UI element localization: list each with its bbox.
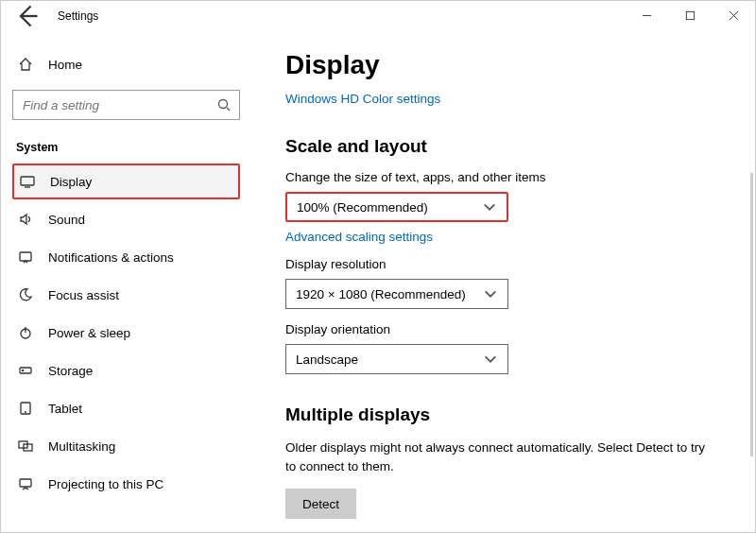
svg-rect-0 [686,11,694,19]
sidebar-item-sound[interactable]: Sound [12,201,240,237]
svg-point-1 [219,100,228,109]
tablet-icon [18,401,33,416]
search-icon [216,97,232,112]
window-title: Settings [58,9,98,23]
display-icon [20,174,35,189]
focus-icon [18,287,33,302]
orientation-label: Display orientation [285,322,713,336]
sidebar-item-multitasking[interactable]: Multitasking [12,428,240,464]
multitasking-icon [18,438,33,454]
sound-icon [18,212,33,227]
scrollbar[interactable] [750,173,753,456]
chevron-down-icon [482,199,497,215]
svg-rect-2 [21,177,34,185]
sidebar-item-label: Focus assist [48,288,119,302]
sidebar-item-label: Multitasking [48,439,115,454]
home-icon [18,57,33,72]
notifications-icon [18,249,33,265]
hd-color-link[interactable]: Windows HD Color settings [285,92,440,106]
back-button[interactable] [14,3,41,29]
detect-button[interactable]: Detect [285,489,356,519]
sidebar-item-label: Sound [48,213,85,227]
sidebar-item-label: Display [50,175,92,189]
svg-point-6 [22,370,23,370]
close-button[interactable] [712,1,755,29]
sidebar-home[interactable]: Home [12,48,240,80]
scale-dropdown[interactable]: 100% (Recommended) [285,192,508,222]
power-icon [18,325,33,340]
sidebar-item-tablet[interactable]: Tablet [12,390,240,426]
search-input[interactable] [12,90,240,120]
scale-value: 100% (Recommended) [297,200,428,215]
orientation-dropdown[interactable]: Landscape [285,344,508,374]
svg-rect-10 [20,479,31,487]
sidebar-item-projecting[interactable]: Projecting to this PC [12,466,240,502]
home-label: Home [48,58,82,72]
page-title: Display [285,50,713,80]
sidebar: Home System DisplaySoundNotifications & … [1,31,251,532]
sidebar-item-power[interactable]: Power & sleep [12,315,240,351]
sidebar-item-label: Projecting to this PC [48,477,163,491]
sidebar-section-label: System [12,141,240,154]
sidebar-item-notifications[interactable]: Notifications & actions [12,239,240,275]
scale-label: Change the size of text, apps, and other… [285,170,713,184]
sidebar-item-display[interactable]: Display [12,163,240,199]
sidebar-item-label: Power & sleep [48,326,130,340]
search-field[interactable] [21,97,232,113]
sidebar-item-focus[interactable]: Focus assist [12,277,240,313]
minimize-button[interactable] [625,1,668,29]
resolution-value: 1920 × 1080 (Recommended) [296,287,466,301]
storage-icon [18,363,33,378]
resolution-label: Display resolution [285,257,713,271]
chevron-down-icon [483,286,498,301]
projecting-icon [18,476,33,491]
chevron-down-icon [483,352,498,367]
sidebar-item-label: Storage [48,364,93,378]
resolution-dropdown[interactable]: 1920 × 1080 (Recommended) [285,279,508,309]
scale-heading: Scale and layout [285,136,713,157]
sidebar-item-storage[interactable]: Storage [12,352,240,388]
sidebar-item-label: Notifications & actions [48,250,174,265]
content-pane: Display Windows HD Color settings Scale … [251,31,755,532]
orientation-value: Landscape [296,352,358,367]
maximize-button[interactable] [668,1,712,29]
multiple-heading: Multiple displays [285,404,713,425]
advanced-scaling-link[interactable]: Advanced scaling settings [285,230,433,244]
sidebar-item-label: Tablet [48,402,82,416]
multiple-desc: Older displays might not always connect … [285,438,713,475]
svg-rect-3 [20,252,31,261]
